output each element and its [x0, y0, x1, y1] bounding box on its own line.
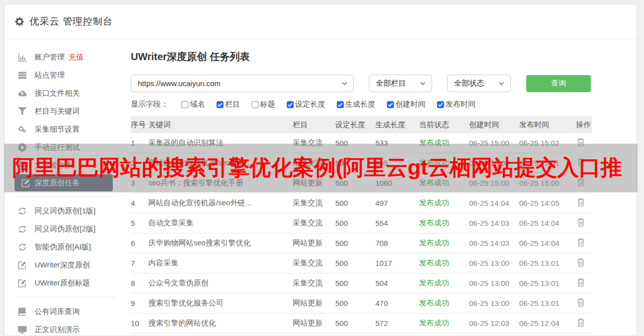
status-select[interactable]: 全部状态 [447, 75, 511, 92]
recharge-badge[interactable]: 充值 [69, 53, 84, 62]
field-checkbox-栏目[interactable]: 栏目 [217, 100, 240, 109]
watermark-text: 阿里巴巴网站的搜索引擎优化案例(阿里云gt云栖网站提交入口推 [4, 144, 637, 191]
sidebar-item[interactable]: 栏目与关键词 [5, 102, 125, 120]
gen-length: 572 [375, 313, 419, 333]
actions-cell [576, 213, 592, 233]
sidebar-item[interactable]: UWriter原创标题 [5, 274, 125, 292]
field-checkbox-label: 生成长度 [345, 100, 375, 109]
sidebar-item-label: 同义词伪原创[1版] [35, 206, 96, 216]
row-index: 8 [131, 273, 148, 293]
sidebar-item[interactable]: 正文识别演示 [5, 320, 125, 336]
sidebar-item[interactable]: 同义词伪原创[1版] [5, 202, 125, 220]
query-button[interactable]: 查询 [526, 75, 591, 92]
checkbox-checked-icon[interactable] [217, 101, 224, 108]
trash-icon[interactable] [577, 318, 585, 327]
field-checkbox-标题[interactable]: 标题 [252, 100, 275, 109]
set-length: 500 [335, 313, 375, 333]
edit-icon [18, 279, 27, 287]
trash-icon[interactable] [577, 238, 585, 247]
bar-chart-icon [18, 53, 27, 62]
create-time: 06-25 12:03 [469, 313, 519, 333]
category: 采集交流 [293, 193, 335, 213]
table-row: 8公众号文章伪原创采集交流500504发布成功06-25 13:0006-25 … [131, 273, 592, 293]
trash-icon[interactable] [577, 218, 585, 227]
gen-length: 554 [375, 213, 419, 233]
row-index: 9 [131, 293, 148, 313]
chevron-down-icon [499, 82, 504, 86]
category: 采集交流 [293, 273, 335, 293]
sidebar-item-label: 采集细节设置 [35, 125, 80, 134]
trash-icon[interactable] [577, 258, 585, 267]
column-header: 生成长度 [375, 116, 419, 133]
checkbox-checked-icon[interactable] [337, 101, 344, 108]
chevron-down-icon [342, 82, 347, 86]
top-header: 优采云 管理控制台 [5, 5, 636, 39]
trash-icon[interactable] [577, 198, 585, 207]
field-checkbox-label: 发布时间 [446, 100, 476, 109]
sidebar-item-label: 公有词库查询 [35, 307, 80, 316]
sidebar-item-label: 同义词伪原创[2版] [35, 224, 96, 234]
publish-time: 06-25 14:05 [519, 193, 576, 213]
actions-cell [576, 293, 592, 313]
cloud-upload-icon [18, 89, 27, 98]
gen-length: 708 [375, 233, 419, 253]
gen-length: 504 [375, 273, 419, 293]
checkbox-checked-icon[interactable] [387, 101, 394, 108]
gen-length: 1017 [375, 253, 419, 273]
sidebar-divider [17, 196, 116, 197]
trash-icon[interactable] [577, 298, 585, 307]
status-text: 发布成功 [419, 293, 469, 313]
field-checkbox-生成长度[interactable]: 生成长度 [337, 100, 375, 109]
table-row: 9搜索引擎优化服务公司网站更新500470发布成功06-25 13:0006-2… [131, 293, 592, 313]
trash-icon[interactable] [577, 278, 585, 287]
refresh-icon [18, 225, 27, 233]
column-select-value: 全部栏目 [376, 79, 406, 88]
column-select[interactable]: 全部栏目 [369, 75, 432, 92]
table-row: 4网站自动化宣传机器/seo外链...采集交流500497发布成功06-25 1… [131, 193, 592, 213]
keyword: 网站自动化宣传机器/seo外链... [148, 193, 293, 213]
checkbox-checked-icon[interactable] [437, 101, 444, 108]
edit-icon [18, 261, 27, 269]
checkbox-checked-icon[interactable] [287, 101, 294, 108]
field-checkbox-设定长度[interactable]: 设定长度 [287, 100, 325, 109]
sidebar-item-label: UWriter原创标题 [35, 278, 90, 288]
field-checkbox-label: 标题 [260, 100, 275, 109]
row-index: 7 [131, 253, 148, 273]
field-checkbox-发布时间[interactable]: 发布时间 [437, 100, 476, 109]
sidebar-item[interactable]: 接口文件相关 [5, 84, 125, 102]
display-fields-label: 显示字段： [131, 100, 168, 109]
row-index: 5 [131, 213, 148, 233]
category: 网站更新 [293, 233, 335, 253]
actions-cell [576, 233, 592, 253]
table-header: 序号关键词栏目设定长度生成长度当前状态创建时间发布时间操作 [131, 116, 592, 133]
sidebar-item[interactable]: 站点管理 [5, 66, 125, 84]
gen-length: 470 [375, 293, 419, 313]
refresh-icon [18, 243, 27, 251]
site-select-value: https://www.ucaiyun.com [138, 79, 221, 88]
status-text: 发布成功 [419, 213, 469, 233]
publish-time: 06-25 13:01 [519, 253, 576, 273]
status-text: 发布成功 [419, 273, 469, 293]
sidebar-item[interactable]: 采集细节设置 [5, 120, 125, 138]
book-icon [18, 307, 27, 316]
field-checkbox-创建时间[interactable]: 创建时间 [387, 100, 425, 109]
table-row: 7内容采集采集交流5001017发布成功06-25 13:0006-25 13:… [131, 253, 592, 273]
row-index: 4 [131, 193, 148, 213]
checkbox-unchecked-icon[interactable] [181, 101, 188, 108]
sidebar-item-label: UWriter深度原创 [35, 260, 90, 270]
sidebar-item[interactable]: UWriter深度原创 [5, 256, 125, 274]
publish-time: 06-25 13:01 [519, 273, 576, 293]
sidebar-item-label: 站点管理 [35, 71, 65, 80]
site-select[interactable]: https://www.ucaiyun.com [131, 75, 354, 92]
gear-icon [15, 17, 25, 27]
field-checkbox-label: 创建时间 [395, 100, 425, 109]
sidebar-item[interactable]: 公有词库查询 [5, 302, 125, 320]
server-icon [18, 71, 27, 80]
row-index: 10 [131, 313, 148, 333]
checkbox-unchecked-icon[interactable] [252, 101, 259, 108]
sidebar-item[interactable]: 账户管理充值 [5, 48, 125, 66]
sidebar-item[interactable]: 同义词伪原创[2版] [5, 220, 125, 238]
actions-cell [576, 253, 592, 273]
field-checkbox-域名[interactable]: 域名 [181, 100, 205, 109]
sidebar-item[interactable]: 智能伪原创[AI版] [5, 238, 125, 256]
